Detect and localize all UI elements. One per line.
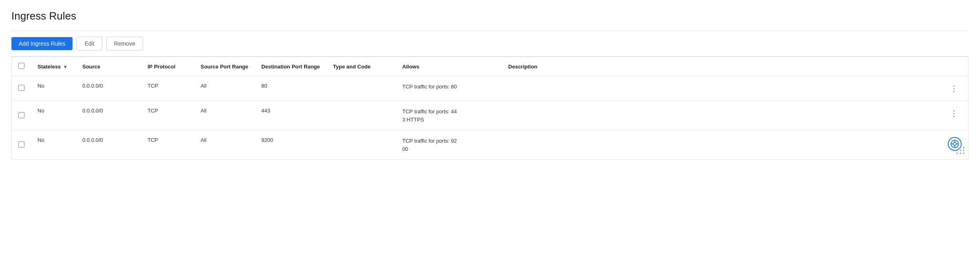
header-source-port-range: Source Port Range [194,57,255,76]
row3-checkbox-cell [12,130,31,160]
row1-allows: TCP traffic for ports: 80 [396,76,502,101]
row1-stateless: No [31,76,76,101]
row3-stateless: No [31,130,76,160]
row3-allows-line2: 00 [402,146,408,152]
header-stateless: Stateless ▼ [31,57,76,76]
row1-description [502,76,940,101]
row1-actions: ⋮ [940,76,968,101]
row3-actions [940,130,968,160]
sort-arrow-icon[interactable]: ▼ [63,64,68,69]
header-actions [940,57,968,76]
header-ip-protocol: IP Protocol [141,57,194,76]
table-header-row: Stateless ▼ Source IP Protocol Source Po… [12,57,968,76]
row3-checkbox[interactable] [18,141,24,148]
row1-kebab-button[interactable]: ⋮ [947,83,962,94]
row3-source: 0.0.0.0/0 [76,130,141,160]
row2-destination-port-range: 443 [255,101,327,130]
row1-checkbox-cell [12,76,31,101]
header-type-and-code: Type and Code [327,57,396,76]
dot [960,150,961,151]
toolbar: Add Ingress Rules Edit Remove [11,31,969,57]
header-allows: Allows [396,57,502,76]
dot [963,147,965,148]
dot [960,152,961,154]
row2-source: 0.0.0.0/0 [76,101,141,130]
row1-source-port-range: All [194,76,255,101]
row2-stateless: No [31,101,76,130]
row2-allows-line2: 3 HTTPS [402,117,424,123]
row3-allows-line1: TCP traffic for ports: 92 [402,138,457,144]
row2-ip-protocol: TCP [141,101,194,130]
dot [956,147,958,148]
page-container: Ingress Rules Add Ingress Rules Edit Rem… [0,0,980,170]
header-description: Description [502,57,940,76]
row3-destination-port-range: 9200 [255,130,327,160]
table-row: No 0.0.0.0/0 TCP All 9200 TCP traffic fo… [12,130,968,160]
row2-checkbox-cell [12,101,31,130]
svg-point-1 [953,142,956,145]
row1-source: 0.0.0.0/0 [76,76,141,101]
row2-type-and-code [327,101,396,130]
table-container: Stateless ▼ Source IP Protocol Source Po… [11,57,969,160]
select-all-checkbox[interactable] [18,63,24,69]
grid-dots [956,147,965,154]
dot [963,150,965,151]
dot [963,152,965,154]
header-destination-port-range: Destination Port Range [255,57,327,76]
row2-allows-line1: TCP traffic for ports: 44 [402,108,457,115]
row3-type-and-code [327,130,396,160]
row1-type-and-code [327,76,396,101]
row1-ip-protocol: TCP [141,76,194,101]
table-row: No 0.0.0.0/0 TCP All 80 TCP traffic for … [12,76,968,101]
row3-allows: TCP traffic for ports: 92 00 [396,130,502,160]
stateless-label: Stateless [38,64,61,70]
row2-source-port-range: All [194,101,255,130]
row3-source-port-range: All [194,130,255,160]
header-checkbox-cell [12,57,31,76]
page-title: Ingress Rules [11,10,969,22]
edit-button[interactable]: Edit [77,37,102,51]
dot [956,150,958,151]
header-source: Source [76,57,141,76]
dot [956,152,958,154]
row2-allows: TCP traffic for ports: 44 3 HTTPS [396,101,502,130]
row2-kebab-button[interactable]: ⋮ [947,108,962,119]
row2-checkbox[interactable] [18,112,24,118]
row2-description [502,101,940,130]
ingress-rules-table: Stateless ▼ Source IP Protocol Source Po… [12,57,968,159]
row2-actions: ⋮ [940,101,968,130]
table-row: No 0.0.0.0/0 TCP All 443 TCP traffic for… [12,101,968,130]
row1-destination-port-range: 80 [255,76,327,101]
add-ingress-rules-button[interactable]: Add Ingress Rules [11,37,73,50]
remove-button[interactable]: Remove [106,37,143,51]
dot [960,147,961,148]
help-icon-container [948,137,962,151]
row1-checkbox[interactable] [18,85,24,91]
row3-description [502,130,940,160]
row3-action-container [947,137,962,151]
row3-ip-protocol: TCP [141,130,194,160]
